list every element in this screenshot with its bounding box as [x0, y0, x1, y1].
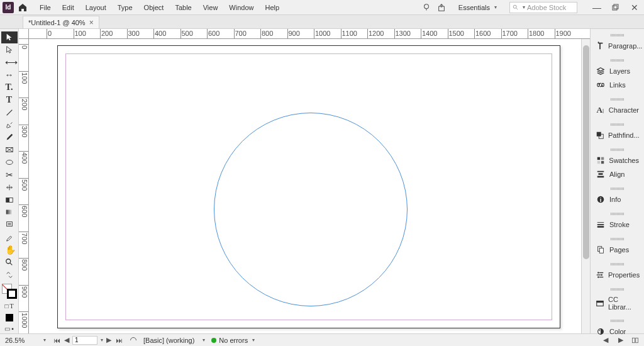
workspace-switcher[interactable]: Essentials ▾: [452, 3, 503, 13]
panel-info[interactable]: iInfo: [591, 193, 644, 206]
next-page-button[interactable]: ▶: [104, 336, 113, 344]
menu-object[interactable]: Object: [138, 1, 170, 14]
panel-cclibraries[interactable]: CC Librar...: [591, 293, 644, 313]
menu-type[interactable]: Type: [112, 1, 138, 14]
menu-window[interactable]: Window: [223, 1, 259, 14]
chevron-down-icon[interactable]: ▾: [203, 337, 205, 343]
home-icon[interactable]: [18, 3, 28, 13]
paragraph-icon: [596, 42, 604, 50]
horizontal-ruler[interactable]: 0100200300400500600700800900100011001200…: [19, 29, 590, 39]
chevron-down-icon[interactable]: ▾: [43, 337, 46, 343]
panel-align[interactable]: Align: [591, 167, 644, 181]
panel-pathfinder[interactable]: Pathfind...: [591, 128, 644, 142]
panel-label: Align: [609, 170, 625, 178]
scrollbar-thumb[interactable]: [583, 45, 589, 259]
menu-edit[interactable]: Edit: [57, 1, 80, 14]
ellipse-tool[interactable]: [1, 157, 18, 169]
content-collector-tool[interactable]: T.: [1, 81, 18, 93]
ruler-tick: 900: [19, 285, 28, 298]
panel-pages[interactable]: Pages: [591, 243, 644, 257]
stock-search-input[interactable]: ▾ Adobe Stock: [509, 2, 577, 13]
close-tab-icon[interactable]: ×: [89, 18, 94, 27]
pen-tool[interactable]: [1, 119, 18, 131]
swap-fill-stroke-icon[interactable]: [1, 269, 18, 281]
selection-tool[interactable]: [1, 31, 18, 43]
maximize-button[interactable]: [609, 2, 623, 13]
scroll-right-button[interactable]: ▶: [616, 336, 625, 344]
ruler-tick: 1400: [421, 29, 437, 38]
panel-properties[interactable]: Properties: [591, 268, 644, 282]
panel-label: Color: [609, 328, 626, 335]
panel-drag-handle[interactable]: [611, 213, 625, 215]
zoom-tool[interactable]: [1, 256, 18, 268]
page-tool[interactable]: ⟷: [1, 57, 18, 69]
panel-drag-handle[interactable]: [611, 288, 625, 291]
direct-selection-tool[interactable]: [1, 44, 18, 56]
scroll-left-button[interactable]: ◀: [601, 336, 610, 344]
document-tab[interactable]: *Untitled-1 @ 40% ×: [23, 16, 99, 28]
gap-tool[interactable]: ↔: [1, 69, 18, 81]
panel-drag-handle[interactable]: [611, 187, 625, 190]
page-number-input[interactable]: [72, 336, 97, 345]
menu-layout[interactable]: Layout: [80, 1, 112, 14]
menu-help[interactable]: Help: [259, 1, 285, 14]
document-page[interactable]: [57, 45, 560, 328]
preflight-status[interactable]: No errors ▾: [211, 337, 255, 344]
panel-character[interactable]: A|Character: [591, 103, 644, 117]
gradient-feather-tool[interactable]: [1, 206, 18, 218]
stroke-swatch[interactable]: [7, 289, 17, 299]
lightbulb-icon[interactable]: [422, 3, 431, 12]
panel-links[interactable]: Links: [591, 78, 644, 92]
panel-paragraph[interactable]: Paragrap...: [591, 39, 644, 53]
menu-view[interactable]: View: [197, 1, 224, 14]
view-mode-normal-icon[interactable]: ▭: [4, 325, 10, 333]
panel-drag-handle[interactable]: [611, 59, 625, 62]
close-button[interactable]: ✕: [628, 2, 641, 13]
canvas-viewport[interactable]: [29, 39, 581, 333]
panel-drag-handle[interactable]: [611, 238, 625, 240]
vertical-ruler[interactable]: 01002003004005006007008009001000: [19, 39, 29, 333]
formatting-container-icon[interactable]: □: [4, 302, 8, 311]
free-transform-tool[interactable]: [1, 181, 18, 193]
first-page-button[interactable]: ⏮: [52, 337, 61, 344]
screen-mode-icon[interactable]: [631, 337, 639, 344]
hand-tool[interactable]: ✋: [1, 244, 18, 256]
pencil-tool[interactable]: [1, 131, 18, 143]
chevron-down-icon[interactable]: ▾: [101, 337, 103, 343]
panel-swatches[interactable]: Swatches: [591, 153, 644, 167]
zoom-level-field[interactable]: 26.5%: [5, 337, 35, 344]
panel-stroke[interactable]: Stroke: [591, 218, 644, 232]
gradient-swatch-tool[interactable]: [1, 194, 18, 206]
apply-color-swatch[interactable]: [6, 314, 13, 321]
links-icon: [596, 81, 606, 89]
last-page-button[interactable]: ⏭: [114, 337, 123, 344]
menu-file[interactable]: File: [34, 1, 57, 14]
panel-drag-handle[interactable]: [611, 123, 625, 126]
ruler-tick: 1000: [19, 311, 28, 328]
view-mode-preview-icon[interactable]: ▪: [11, 325, 14, 333]
ruler-origin[interactable]: [19, 29, 29, 39]
panel-drag-handle[interactable]: [611, 263, 625, 265]
share-icon[interactable]: [437, 3, 446, 12]
ellipse-shape[interactable]: [214, 113, 408, 306]
open-navigator-icon[interactable]: [130, 337, 137, 344]
menu-table[interactable]: Table: [169, 1, 197, 14]
fill-stroke-indicator[interactable]: [2, 284, 17, 299]
panel-drag-handle[interactable]: [611, 34, 625, 36]
note-tool[interactable]: [1, 219, 18, 231]
panel-drag-handle[interactable]: [611, 148, 625, 151]
line-tool[interactable]: [1, 106, 18, 118]
ruler-tick: 0: [47, 29, 52, 38]
panel-drag-handle[interactable]: [611, 98, 625, 101]
vertical-scrollbar[interactable]: [581, 39, 590, 333]
prev-page-button[interactable]: ◀: [62, 336, 71, 344]
panel-drag-handle[interactable]: [611, 320, 625, 322]
rectangle-frame-tool[interactable]: [1, 144, 18, 156]
preflight-profile-label[interactable]: [Basic] (working): [143, 337, 194, 344]
minimize-button[interactable]: —: [590, 2, 604, 13]
eyedropper-tool[interactable]: [1, 232, 18, 243]
scissors-tool[interactable]: ✂: [1, 169, 18, 181]
formatting-text-icon[interactable]: T: [9, 302, 13, 311]
type-tool[interactable]: T: [1, 94, 18, 106]
panel-layers[interactable]: Layers: [591, 64, 644, 78]
